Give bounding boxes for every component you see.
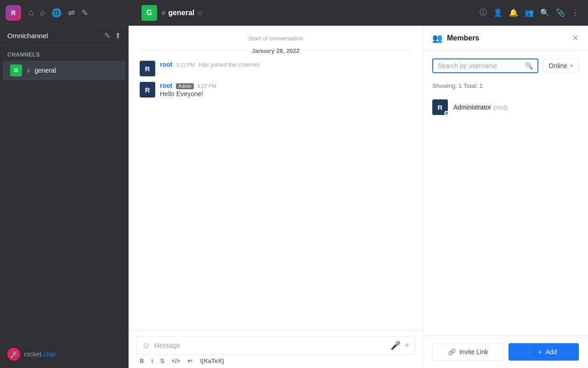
search-icon: 🔍 [525,62,533,69]
channel-item-avatar: G [10,64,22,76]
chat-input-area: ☺ 🎤 + B i S </> ↩ \[KaTeX] [129,330,423,368]
date-divider-text: January 28, 2022 [252,47,300,54]
invite-link-button[interactable]: 🔗 Invite Link [432,343,504,361]
info-icon[interactable]: ⓘ [480,8,487,17]
home-icon[interactable]: ⌂ [28,8,34,17]
panel-close-button[interactable]: ✕ [572,33,579,43]
new-conversation-icon[interactable]: ✎ [104,31,110,40]
attachment-icon[interactable]: 📎 [556,8,565,17]
sort-icon[interactable]: ⇌ [68,8,75,18]
msg-avatar-2: R [140,82,155,98]
rocket-logo-text: rocket.chat [24,351,55,358]
member-avatar-wrap: R [432,99,448,115]
channel-title: general [168,9,194,17]
member-search-input[interactable] [438,62,521,69]
member-search-box: 🔍 [432,58,538,73]
filter-text: Online [549,62,567,69]
invite-btn-label: Invite Link [459,348,488,356]
member-username: (root) [493,104,508,111]
channel-hash-icon: # [162,9,165,17]
search-msg-icon[interactable]: 🔍 [540,8,549,17]
user-icon[interactable]: 👤 [493,8,503,17]
top-nav-center: G # general ☆ [134,5,480,21]
add-icon: 👤+ [530,348,542,356]
panel-title: Members [447,34,479,42]
admin-icon[interactable]: ⬆ [115,31,121,40]
channels-label: Channels [0,46,128,61]
member-item[interactable]: R Administrator (root) [423,95,588,120]
emoji-icon[interactable]: ☺ [142,341,150,351]
add-member-button[interactable]: 👤+ Add [509,343,579,361]
member-info: Administrator (root) [453,103,508,111]
mic-icon[interactable]: 🎤 [390,340,401,351]
plus-icon[interactable]: + [404,341,409,351]
link-icon: 🔗 [448,348,456,356]
showing-text: Showing: 1 Total: 1 [423,80,588,95]
msg-time-1: 3:22 PM [176,62,195,68]
sidebar: Omnichannel ✎ ⬆ Channels G # general 🚀 r… [0,26,129,368]
channel-name-row: # general ☆ [162,9,203,17]
code-btn[interactable]: </> [172,357,181,364]
strikethrough-btn[interactable]: S [160,357,164,364]
member-name: Administrator [453,104,491,111]
top-nav: R ⌂ ⌕ 🌐 ⇌ ✎ G # general ☆ ⓘ 👤 🔔 👥 🔍 📎 ⋮ [0,0,588,26]
bold-btn[interactable]: B [140,357,144,364]
chat-messages: Start of conversation January 28, 2022 R… [129,26,423,330]
katex-btn[interactable]: \[KaTeX] [200,357,224,364]
panel-search-area: 🔍 Online ▾ [423,51,588,80]
msg-avatar-1: R [140,61,155,76]
members-panel: 👥 Members ✕ 🔍 Online ▾ Showing: 1 Total:… [423,26,588,368]
msg-badge-2: Admin [176,83,193,89]
msg-header-1: root 3:22 PM Has joined the channel. [160,61,412,68]
panel-header-left: 👥 Members [432,33,479,43]
panel-footer: 🔗 Invite Link 👤+ Add [423,335,588,368]
app-logo[interactable]: R [6,5,21,21]
more-icon[interactable]: ⋮ [571,8,579,17]
msg-username-2: root [160,82,172,89]
omnichannel-label: Omnichannel [7,32,48,40]
msg-system-text-1: Has joined the channel. [198,61,261,68]
msg-content-1: root 3:22 PM Has joined the channel. [160,61,412,68]
message-row-2: R root Admin 3:27 PM Hello Eveyone! [129,79,423,100]
online-indicator [444,111,449,115]
channel-hash-small: # [27,67,30,74]
input-box: ☺ 🎤 + [136,336,415,355]
sidebar-header: Omnichannel ✎ ⬆ [0,26,128,46]
top-nav-left: R ⌂ ⌕ 🌐 ⇌ ✎ [6,5,134,21]
date-divider: January 28, 2022 [129,44,423,58]
star-icon[interactable]: ☆ [197,9,203,17]
date-divider-line-left [140,51,246,51]
quote-btn[interactable]: ↩ [187,357,192,364]
toolbar-row: B i S </> ↩ \[KaTeX] [136,355,415,364]
sidebar-header-icons: ✎ ⬆ [104,31,121,40]
conversation-start: Start of conversation [129,35,423,42]
channel-item-name: general [34,67,56,74]
globe-icon[interactable]: 🌐 [51,8,62,18]
rocket-logo-icon: 🚀 [7,348,20,361]
edit-icon[interactable]: ✎ [81,8,88,18]
sidebar-bottom: 🚀 rocket.chat [0,340,128,368]
message-row: R root 3:22 PM Has joined the channel. [129,58,423,79]
msg-username-1: root [160,61,172,68]
nav-icons: ⌂ ⌕ 🌐 ⇌ ✎ [28,8,88,18]
search-icon[interactable]: ⌕ [40,8,45,17]
msg-text-2: Hello Eveyone! [160,90,412,98]
chat-area: Start of conversation January 28, 2022 R… [129,26,423,368]
message-input[interactable] [154,342,387,349]
msg-time-2: 3:27 PM [198,83,216,89]
filter-dropdown[interactable]: Online ▾ [543,58,579,73]
add-btn-label: Add [545,348,557,356]
date-divider-line-right [305,51,412,51]
channel-item-general[interactable]: G # general [3,61,125,80]
msg-header-2: root Admin 3:27 PM [160,82,412,89]
panel-members-icon: 👥 [432,33,442,43]
members-icon[interactable]: 👥 [525,8,534,17]
panel-header: 👥 Members ✕ [423,26,588,51]
notification-icon[interactable]: 🔔 [509,8,518,17]
msg-content-2: root Admin 3:27 PM Hello Eveyone! [160,82,412,98]
channel-avatar: G [141,5,157,21]
main-layout: Omnichannel ✎ ⬆ Channels G # general 🚀 r… [0,26,588,368]
top-nav-right: ⓘ 👤 🔔 👥 🔍 📎 ⋮ [480,8,582,17]
italic-btn[interactable]: i [151,357,153,364]
chevron-down-icon: ▾ [570,63,573,69]
